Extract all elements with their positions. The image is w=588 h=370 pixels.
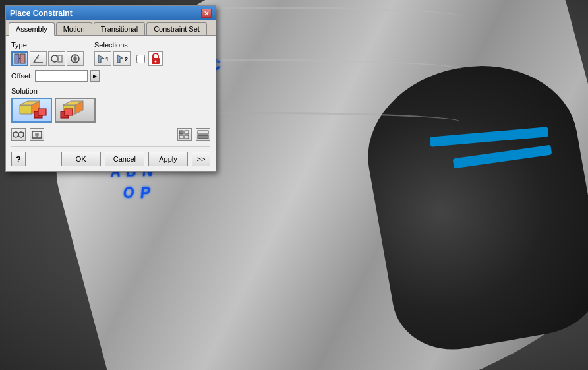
grid-icon: [179, 130, 191, 139]
offset-section: Offset: ▶: [11, 70, 210, 82]
isolate-icon: [31, 130, 43, 139]
sel1-icon: 1: [96, 53, 109, 65]
svg-rect-33: [179, 135, 183, 139]
ok-button[interactable]: OK: [61, 152, 101, 166]
svg-marker-14: [20, 105, 32, 114]
solution-1-button[interactable]: [11, 98, 52, 123]
type-icon-group: [11, 51, 84, 66]
solution-icons: [11, 98, 210, 123]
tab-assembly[interactable]: Assembly: [9, 22, 55, 36]
glasses-button[interactable]: [11, 128, 26, 141]
solution-section: Solution: [11, 87, 210, 123]
solution-2-button[interactable]: [55, 98, 96, 123]
svg-rect-31: [179, 131, 183, 134]
svg-point-13: [155, 61, 157, 63]
svg-text:2: 2: [125, 56, 128, 63]
tab-constraint-set[interactable]: Constraint Set: [146, 22, 207, 35]
dialog-title: Place Constraint: [10, 9, 73, 18]
solution1-icon: [15, 100, 49, 121]
svg-rect-18: [38, 109, 46, 115]
type-selections-row: Type: [11, 41, 210, 66]
svg-rect-34: [185, 135, 189, 139]
offset-label: Offset:: [11, 72, 32, 80]
svg-rect-32: [185, 131, 189, 134]
svg-rect-36: [198, 135, 208, 139]
bottom-controls: [11, 128, 210, 141]
dialog-titlebar: Place Constraint ✕: [6, 6, 216, 20]
grid-button[interactable]: [177, 128, 192, 141]
lock-button[interactable]: [148, 51, 163, 66]
help-button[interactable]: ?: [11, 152, 26, 166]
grid2-icon: [197, 130, 209, 139]
solution2-icon: [58, 100, 92, 121]
selections-checkbox[interactable]: [136, 55, 145, 63]
svg-point-5: [51, 55, 58, 62]
selections-section: Selections 1 2: [94, 41, 163, 66]
offset-arrow-button[interactable]: ▶: [90, 70, 100, 82]
svg-text:1: 1: [105, 56, 109, 63]
buttons-row: ? OK Cancel Apply >>: [11, 146, 210, 166]
dialog-content: Type: [6, 36, 216, 171]
svg-rect-35: [198, 131, 208, 134]
isolate-button[interactable]: [30, 128, 44, 141]
svg-rect-1: [20, 54, 25, 63]
selections-controls: 1 2: [94, 51, 163, 66]
cancel-button[interactable]: Cancel: [105, 152, 144, 166]
apply-button[interactable]: Apply: [148, 152, 188, 166]
type-label: Type: [11, 41, 84, 49]
glasses-icon: [13, 130, 24, 139]
more-button[interactable]: >>: [192, 152, 210, 166]
solution-label: Solution: [11, 87, 210, 95]
type-angle-button[interactable]: [30, 51, 47, 66]
svg-point-30: [35, 133, 39, 137]
place-constraint-dialog: Place Constraint ✕ Assembly Motion Trans…: [5, 5, 216, 172]
offset-input[interactable]: [35, 70, 88, 82]
insert-icon: [69, 53, 81, 64]
svg-point-24: [13, 132, 18, 137]
tangent-icon: [51, 53, 63, 64]
tab-transitional[interactable]: Transitional: [94, 22, 145, 35]
selection-1-button[interactable]: 1: [94, 51, 111, 66]
type-tangent-button[interactable]: [48, 51, 65, 66]
svg-rect-6: [58, 55, 62, 62]
mate-icon: [14, 53, 26, 64]
checkbox-area: [136, 55, 145, 63]
sel2-icon: 2: [115, 53, 129, 65]
grid2-button[interactable]: [196, 128, 210, 141]
svg-point-25: [18, 132, 24, 137]
svg-rect-0: [15, 54, 19, 63]
tab-motion[interactable]: Motion: [56, 22, 92, 35]
tabs-bar: Assembly Motion Transitional Constraint …: [6, 20, 216, 36]
lock-icon: [150, 53, 161, 65]
type-insert-button[interactable]: [67, 51, 84, 66]
type-mate-button[interactable]: [11, 51, 28, 66]
type-section: Type: [11, 41, 84, 66]
selection-2-button[interactable]: 2: [113, 51, 131, 66]
angle-icon: [32, 53, 44, 64]
dialog-close-button[interactable]: ✕: [201, 9, 212, 18]
selections-label: Selections: [94, 41, 163, 49]
svg-rect-23: [65, 109, 73, 115]
